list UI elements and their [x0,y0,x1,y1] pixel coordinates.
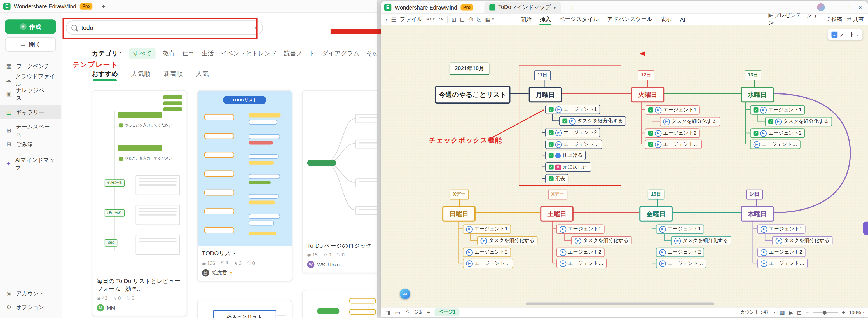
mindmap-node-agent[interactable]: ▶エージェント1 [757,224,805,234]
mindmap-canvas[interactable]: 2021年10月 今週のやることリスト 11日 12日 13日 Xデー Xデー … [381,25,868,308]
category-chip-education[interactable]: 教育 [163,49,175,58]
sidebar-item-teamspace[interactable]: ⊞ チームスペース [0,123,61,137]
horizontal-scrollbar[interactable] [526,303,714,306]
mindmap-node-month[interactable]: 2021年10月 [450,63,489,75]
tab-popular[interactable]: 人気 [196,70,209,78]
mindmap-node-agent[interactable]: ▶エージェント… [757,259,808,268]
sidebar-item-trash[interactable]: ⊟ ごみ箱 [0,137,61,151]
file-menu[interactable]: ファイル [400,15,423,23]
menu-page-style[interactable]: ページスタイル [557,15,601,23]
save-icon[interactable]: ⎙ [469,16,473,23]
share-button[interactable]: ⇄ 共有 [847,16,864,23]
checkbox-icon[interactable]: ✓ [648,107,653,113]
mindmap-node-agent[interactable]: ▶エージェント… [656,259,707,268]
mindmap-node-agent[interactable]: ▶エージェント1 [463,224,511,234]
undo-icon[interactable]: ↶ [426,16,431,22]
new-tab-button[interactable]: + [101,2,105,10]
mindmap-node-agent[interactable]: ✓▶エージェント… [645,140,702,149]
mindmap-node-agent[interactable]: ▶タスクを細分化する [660,117,720,127]
mindmap-date-tag[interactable]: 15日 [648,190,664,199]
zoom-in-icon[interactable]: + [842,309,845,316]
mindmap-date-tag[interactable]: Xデー [548,190,567,199]
maximize-button[interactable]: ▢ [842,4,851,10]
document-tab[interactable]: ToDoマインドマップ ● [484,2,561,13]
style-icon[interactable]: ▦ [485,16,490,22]
mindmap-node-agent[interactable]: ▶エージェント2 [656,248,704,257]
page-select[interactable]: ページ1 ▾ [405,309,423,316]
mindmap-node-tuesday[interactable]: 火曜日 [631,87,664,102]
mindmap-node-friday[interactable]: 金曜日 [639,206,673,221]
zoom-level[interactable]: 100% [849,310,861,315]
menu-view[interactable]: 表示 [658,15,674,23]
mindmap-node-agent[interactable]: ✓▶エージェント2 [750,128,805,138]
tab-newest[interactable]: 新着順 [164,70,183,78]
mindmap-node-wednesday[interactable]: 水曜日 [741,87,774,102]
close-button[interactable]: × [856,4,865,10]
menu-start[interactable]: 開始 [518,15,534,23]
menu-advanced-tools[interactable]: アドバンスツール [605,15,654,23]
caret-down-icon[interactable]: ▾ [492,17,494,22]
timer-icon[interactable]: ◔ [773,309,776,316]
zoom-slider[interactable] [813,312,838,313]
mindmap-node-agent[interactable]: ▶エージェント… [750,140,801,149]
fit-screen-icon[interactable]: ⊡ [797,309,802,316]
category-chip-events[interactable]: イベントとトレンド [221,49,277,58]
sidebar-item-options[interactable]: ⚙ オプション [0,300,61,314]
template-card-todo-list[interactable]: TODOリスト [197,90,292,282]
play-icon[interactable]: ▶ [789,309,793,316]
tab-popular-order[interactable]: 人気順 [131,70,150,78]
mindmap-node-agent[interactable]: ▶エージェント1 [656,224,704,234]
zoom-slider-thumb[interactable] [823,311,827,314]
mindmap-node-agent[interactable]: ▶エージェント… [463,259,513,268]
mindmap-node-agent[interactable]: ▶タスクを細分化する [772,236,833,246]
template-card-partial[interactable] [302,290,377,318]
sidebar-item-ai-mindmap[interactable]: ✦ AIマインドマップ [0,157,61,170]
mindmap-node-agent[interactable]: ▶タスクを細分化する [477,236,538,246]
menu-icon[interactable]: ☰ [391,16,396,22]
menu-insert[interactable]: 挿入 [538,15,553,23]
category-chip-other[interactable]: その他 [367,49,377,58]
mindmap-node-agent[interactable]: ▶エージェント2 [757,248,805,257]
mindmap-node-agent[interactable]: ✓▶エージェント1 [645,105,700,115]
mindmap-node-agent[interactable]: ▶タスクを細分化する [671,236,732,246]
create-button[interactable]: + 作成 [5,19,56,34]
template-search[interactable]: × [66,21,263,35]
mindmap-node-agent[interactable]: ✓▶タスクを細分化する [765,117,832,127]
mindmap-node-root[interactable]: 今週のやることリスト [435,86,510,103]
redo-icon[interactable]: ↷ [439,16,443,22]
mindmap-node-agent[interactable]: ✓▶エージェント2 [645,128,700,138]
sidebar-item-gallery[interactable]: ◫ ギャラリー [0,105,61,119]
outline-view-icon[interactable]: ▭ [395,309,400,316]
ai-assistant-icon[interactable]: AI [400,289,410,299]
category-chip-reading[interactable]: 読書ノート [284,49,315,58]
note-panel-button[interactable]: ≡ ノート ‹ [828,29,862,40]
category-chip-life[interactable]: 生活 [202,49,214,58]
zoom-out-icon[interactable]: − [806,309,809,316]
insert-topic-icon[interactable]: ⊞ [452,16,456,22]
presentation-button[interactable]: ▶ プレゼンテーション▾ [768,12,822,27]
menu-ai[interactable]: AI [678,16,687,22]
checkbox-icon[interactable]: ✓ [648,142,653,147]
sidebar-item-knowledge-base[interactable]: ▣ ナレッジベース [0,87,61,101]
grid-icon[interactable]: ▦ [780,309,785,316]
mindmap-date-tag[interactable]: Xデー [450,190,469,199]
category-chip-all[interactable]: すべて [129,48,155,59]
back-icon[interactable]: ‹ [385,16,387,22]
page-tab[interactable]: ページ1 [435,309,459,316]
mindmap-node-agent[interactable]: ▶エージェント1 [556,224,604,234]
category-chip-diagram[interactable]: ダイアグラム [322,49,360,58]
mindmap-node-agent[interactable]: ✓▶エージェント1 [750,105,805,115]
clear-search-icon[interactable]: × [254,24,257,31]
checkbox-icon[interactable]: ✓ [648,131,653,136]
mindmap-node-thursday[interactable]: 木曜日 [741,206,774,221]
mindmap-date-tag[interactable]: 12日 [638,70,654,80]
sidebar-item-cloud-files[interactable]: ☁ クラウドファイル [0,73,61,87]
user-avatar[interactable] [817,3,825,11]
mindmap-date-tag[interactable]: 14日 [746,190,763,199]
mindmap-date-tag[interactable]: 13日 [745,70,761,80]
checkbox-icon[interactable]: ✓ [768,119,773,124]
copy-icon[interactable]: ⎘ [477,16,481,23]
mindmap-node-sunday[interactable]: 日曜日 [442,206,475,221]
template-card-partial-yarukoto[interactable]: やることリスト [197,300,292,318]
mindmap-node-saturday[interactable]: 土曜日 [540,206,574,221]
